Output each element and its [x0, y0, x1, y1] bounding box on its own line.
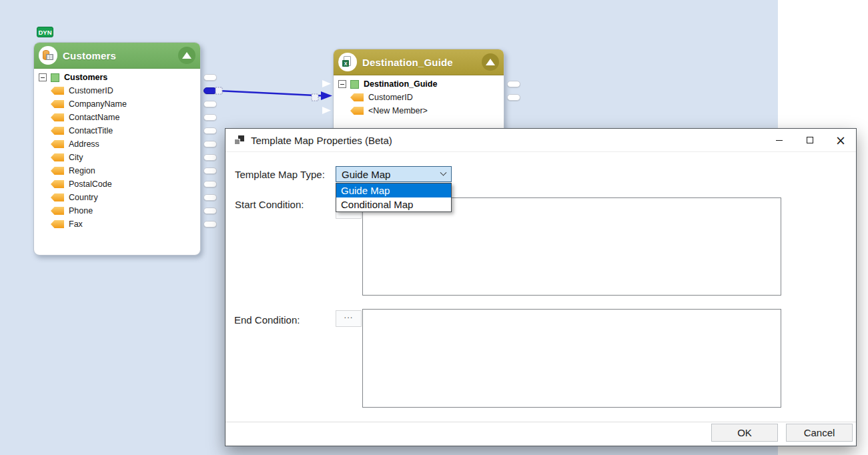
customers-node: Customers Customers CustomerID	[33, 42, 201, 256]
field-label: Fax	[69, 219, 83, 229]
maximize-icon	[807, 137, 813, 143]
dropdown-option-guide-map[interactable]: Guide Map	[336, 183, 451, 197]
field-label: Phone	[69, 206, 93, 215]
field-label: CustomerID	[69, 86, 113, 95]
input-port[interactable]	[322, 107, 331, 114]
cascade-windows-icon	[234, 135, 245, 145]
field-row[interactable]: Address	[34, 137, 200, 151]
footer-divider	[226, 422, 856, 422]
output-port[interactable]	[203, 127, 217, 134]
field-label: ContactName	[69, 113, 119, 122]
dropdown-option-conditional-map[interactable]: Conditional Map	[336, 197, 451, 211]
field-label: ContactTitle	[69, 126, 113, 135]
field-row[interactable]: CompanyName	[34, 97, 200, 111]
output-port[interactable]	[203, 141, 217, 147]
combobox-value: Guide Map	[342, 169, 390, 180]
dialog-titlebar[interactable]: Template Map Properties (Beta) ×	[226, 129, 856, 152]
field-tag-icon	[51, 127, 64, 135]
root-row[interactable]: Customers	[34, 71, 200, 84]
maximize-button[interactable]	[795, 129, 825, 151]
end-condition-input[interactable]	[362, 309, 781, 408]
field-row[interactable]: PostalCode	[34, 177, 200, 191]
field-label: Country	[69, 193, 98, 202]
field-row[interactable]: ContactTitle	[34, 124, 200, 137]
node-title: Customers	[63, 50, 116, 61]
destination-guide-node: X Destination_Guide Destination_Guide	[333, 49, 504, 130]
field-row[interactable]: CustomerID	[334, 91, 504, 104]
field-row[interactable]: <New Member>	[334, 104, 504, 117]
output-port[interactable]	[203, 181, 217, 187]
chevron-down-icon	[440, 169, 447, 175]
field-tag-icon	[51, 87, 64, 95]
record-icon	[350, 80, 359, 89]
cancel-button[interactable]: Cancel	[786, 424, 853, 442]
field-row[interactable]: Fax	[34, 217, 200, 231]
field-row[interactable]: City	[34, 151, 200, 164]
start-condition-input[interactable]	[362, 197, 781, 296]
field-label: CompanyName	[69, 99, 127, 109]
field-label: Region	[69, 166, 95, 175]
start-condition-label: Start Condition:	[235, 199, 304, 210]
application-window: DYN Customers Customers	[0, 0, 868, 455]
root-row[interactable]: Destination_Guide	[334, 77, 504, 91]
field-tag-icon	[51, 180, 64, 188]
output-port[interactable]	[203, 154, 217, 161]
node-title: Destination_Guide	[362, 57, 453, 68]
field-row[interactable]: Phone	[34, 204, 200, 217]
customers-node-header[interactable]: Customers	[34, 43, 200, 69]
output-port[interactable]	[203, 221, 217, 228]
dialog-title: Template Map Properties (Beta)	[251, 135, 392, 146]
ok-button[interactable]: OK	[711, 424, 778, 442]
output-port[interactable]	[203, 74, 217, 81]
field-label: City	[69, 153, 83, 162]
output-port[interactable]	[507, 81, 520, 87]
collapse-node-button[interactable]	[178, 47, 195, 64]
input-port[interactable]	[322, 80, 331, 87]
record-icon	[51, 73, 59, 82]
field-tag-icon	[51, 207, 64, 215]
field-row[interactable]: Country	[34, 191, 200, 204]
field-label: <New Member>	[368, 106, 428, 115]
destination-node-header[interactable]: X Destination_Guide	[334, 49, 504, 75]
root-label: Customers	[64, 73, 107, 82]
customers-field-list: Customers CustomerID CompanyName Contact…	[34, 69, 200, 231]
template-map-type-combobox[interactable]: Guide Map	[336, 166, 452, 182]
tree-expander-icon[interactable]	[338, 80, 346, 88]
collapse-arrow-icon	[182, 52, 191, 59]
output-port[interactable]	[203, 194, 217, 201]
excel-file-icon: X	[338, 53, 357, 71]
field-row[interactable]: ContactName	[34, 111, 200, 124]
output-port[interactable]	[203, 207, 217, 214]
field-row[interactable]: CustomerID	[34, 84, 200, 97]
output-port[interactable]	[203, 114, 217, 121]
field-tag-icon	[350, 93, 364, 101]
field-row[interactable]: Region	[34, 164, 200, 177]
template-map-type-dropdown-list: Guide Map Conditional Map	[336, 183, 452, 212]
output-port[interactable]	[203, 167, 217, 174]
field-label: CustomerID	[368, 93, 413, 102]
dyn-badge: DYN	[37, 27, 53, 37]
template-map-type-label: Template Map Type:	[235, 169, 325, 180]
database-table-icon	[39, 46, 57, 65]
field-tag-icon	[350, 107, 364, 115]
minimize-icon	[776, 140, 783, 141]
field-tag-icon	[51, 193, 64, 201]
tree-expander-icon[interactable]	[39, 73, 47, 81]
field-tag-icon	[51, 140, 64, 148]
end-condition-browse-button[interactable]: ...	[336, 310, 362, 327]
template-map-properties-dialog: Template Map Properties (Beta) × Templat…	[225, 128, 857, 446]
output-port[interactable]	[203, 101, 217, 107]
end-condition-label: End Condition:	[234, 314, 300, 326]
field-tag-icon	[51, 100, 64, 108]
field-tag-icon	[51, 220, 64, 228]
minimize-button[interactable]	[764, 129, 795, 151]
destination-field-list: Destination_Guide CustomerID <New Member…	[334, 75, 504, 117]
output-port-connected[interactable]	[203, 87, 217, 94]
output-port[interactable]	[507, 94, 520, 101]
field-label: Address	[69, 139, 99, 149]
root-label: Destination_Guide	[364, 79, 437, 89]
collapse-node-button[interactable]	[482, 53, 499, 71]
field-tag-icon	[51, 113, 64, 121]
field-label: PostalCode	[69, 179, 112, 189]
close-button[interactable]: ×	[825, 129, 856, 151]
